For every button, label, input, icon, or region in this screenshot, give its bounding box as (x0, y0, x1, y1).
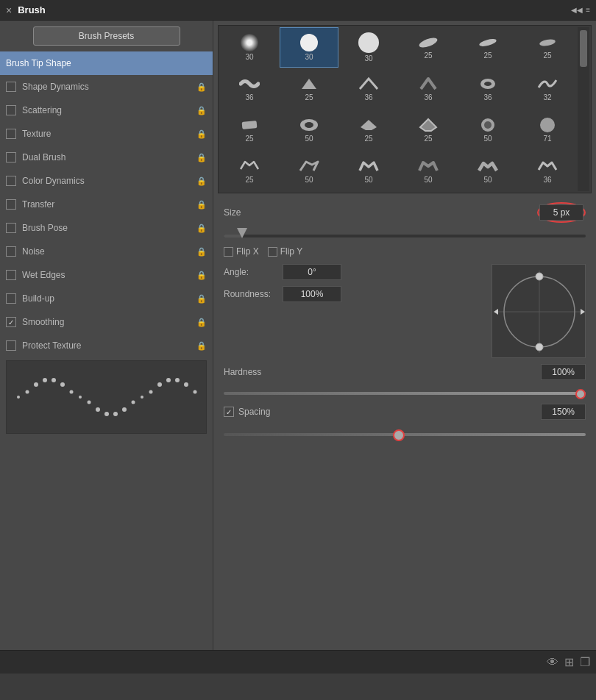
brush-presets-button[interactable]: Brush Presets (33, 26, 180, 46)
spacing-slider-handle[interactable] (399, 429, 411, 441)
angle-value[interactable]: 0° (283, 264, 341, 280)
brush-thumb-5[interactable]: 25 (458, 27, 517, 68)
flip-x-item[interactable]: Flip X (224, 246, 259, 257)
sidebar-item-dual-brush[interactable]: Dual Brush 🔒 (0, 146, 213, 169)
checkbox-wet-edges[interactable] (6, 270, 16, 280)
spacing-slider[interactable] (224, 423, 586, 438)
title-bar-left: × Brush (6, 4, 46, 16)
brush-thumb-23[interactable]: 50 (458, 151, 517, 191)
checkbox-transfer[interactable] (6, 199, 16, 210)
bottom-toolbar: 👁 ⊞ ❐ (0, 650, 596, 674)
sidebar-item-shape-dynamics[interactable]: Shape Dynamics 🔒 (0, 75, 213, 99)
lock-icon-scattering: 🔒 (196, 106, 207, 115)
size-slider-handle[interactable] (237, 228, 247, 240)
right-panel: 30 30 30 25 25 (213, 21, 596, 650)
roundness-label: Roundness: (224, 289, 283, 299)
brush-thumb-21[interactable]: 50 (339, 151, 398, 191)
close-button[interactable]: × (6, 4, 12, 16)
menu-icon[interactable]: ≡ (586, 6, 590, 14)
brush-thumb-7[interactable]: 36 (220, 68, 279, 109)
brush-thumb-2[interactable]: 30 (280, 27, 338, 68)
sidebar-item-scattering[interactable]: Scattering 🔒 (0, 99, 213, 122)
hardness-value[interactable]: 100% (541, 364, 586, 380)
checkbox-scattering[interactable] (6, 105, 16, 115)
title-bar: × Brush ◀◀ ≡ (0, 0, 596, 21)
svg-point-7 (79, 396, 82, 399)
brush-thumb-4[interactable]: 25 (399, 27, 458, 68)
spacing-value[interactable]: 150% (541, 404, 586, 420)
spacing-label-area: ✓ Spacing (224, 407, 270, 417)
flip-y-label: Flip Y (280, 246, 302, 257)
size-value[interactable]: 5 px (539, 204, 583, 221)
hardness-slider[interactable] (224, 383, 586, 396)
svg-point-21 (418, 36, 439, 49)
spacing-checkbox[interactable]: ✓ (224, 407, 234, 417)
grid-scrollbar[interactable] (578, 27, 589, 191)
size-value-highlight: 5 px (537, 202, 586, 223)
brush-thumb-1[interactable]: 30 (220, 27, 279, 68)
brush-thumb-22[interactable]: 50 (399, 151, 458, 191)
svg-point-19 (184, 382, 188, 387)
brush-thumb-16[interactable]: 25 (399, 110, 458, 150)
brush-thumb-17[interactable]: 50 (458, 110, 517, 150)
brush-thumb-15[interactable]: 25 (339, 110, 398, 150)
brush-thumb-24[interactable]: 36 (518, 151, 577, 191)
eye-button[interactable]: 👁 (547, 656, 558, 669)
lock-icon-protect-texture: 🔒 (196, 341, 207, 351)
brush-thumb-11[interactable]: 36 (458, 68, 517, 109)
checkbox-noise[interactable] (6, 246, 16, 257)
brush-thumb-8[interactable]: 25 (280, 68, 338, 109)
brush-thumb-6[interactable]: 25 (518, 27, 577, 68)
checkbox-color-dynamics[interactable] (6, 176, 16, 186)
flip-x-checkbox[interactable] (224, 247, 233, 257)
sidebar-label-wet-edges: Wet Edges (22, 270, 194, 280)
sidebar-item-protect-texture[interactable]: Protect Texture 🔒 (0, 334, 213, 357)
brush-grid: 30 30 30 25 25 (219, 26, 591, 193)
checkbox-dual-brush[interactable] (6, 152, 16, 162)
sidebar-item-color-dynamics[interactable]: Color Dynamics 🔒 (0, 169, 213, 193)
lock-icon-smoothing: 🔒 (196, 318, 207, 327)
brush-thumb-9[interactable]: 36 (339, 68, 398, 109)
checkbox-brush-pose[interactable] (6, 223, 16, 233)
page-button[interactable]: ❐ (580, 655, 590, 669)
controls-area: Size 5 px Flip X (213, 198, 596, 446)
brush-thumb-18[interactable]: 71 (518, 110, 577, 150)
brush-thumb-10[interactable]: 36 (399, 68, 458, 109)
flip-y-checkbox[interactable] (268, 247, 277, 257)
svg-point-12 (122, 407, 127, 412)
brush-thumb-19[interactable]: 25 (220, 151, 279, 191)
checkbox-smoothing[interactable] (6, 317, 16, 327)
svg-point-26 (484, 82, 492, 86)
size-slider[interactable] (224, 226, 586, 239)
brush-thumb-13[interactable]: 25 (220, 110, 279, 150)
collapse-icon[interactable]: ◀◀ (571, 6, 583, 14)
brush-thumb-20[interactable]: 50 (280, 151, 338, 191)
sidebar-item-build-up[interactable]: Build-up 🔒 (0, 287, 213, 310)
sidebar-label-transfer: Transfer (22, 199, 194, 210)
brush-thumb-3[interactable]: 30 (339, 27, 398, 68)
sidebar-item-smoothing[interactable]: Smoothing 🔒 (0, 310, 213, 334)
checkbox-protect-texture[interactable] (6, 340, 16, 351)
roundness-value[interactable]: 100% (283, 286, 341, 302)
brush-thumb-14[interactable]: 50 (280, 110, 338, 150)
checkbox-texture[interactable] (6, 129, 16, 139)
hardness-slider-handle[interactable] (581, 389, 591, 399)
size-slider-track (224, 235, 586, 238)
svg-point-13 (131, 401, 135, 404)
svg-point-17 (166, 378, 171, 382)
flip-y-item[interactable]: Flip Y (268, 246, 302, 257)
checkbox-build-up[interactable] (6, 293, 16, 304)
sidebar-item-transfer[interactable]: Transfer 🔒 (0, 193, 213, 216)
lock-icon-dual-brush: 🔒 (196, 153, 207, 162)
scrollbar-thumb[interactable] (580, 30, 587, 67)
sidebar-item-texture[interactable]: Texture 🔒 (0, 122, 213, 146)
sidebar-item-brush-pose[interactable]: Brush Pose 🔒 (0, 216, 213, 240)
sidebar-item-brush-tip-shape[interactable]: Brush Tip Shape (0, 51, 213, 75)
brush-thumb-12[interactable]: 32 (518, 68, 577, 109)
angle-preview-widget[interactable] (492, 264, 586, 358)
checkbox-shape-dynamics[interactable] (6, 82, 16, 92)
sidebar-item-noise[interactable]: Noise 🔒 (0, 240, 213, 263)
grid-button[interactable]: ⊞ (564, 655, 574, 669)
svg-point-20 (193, 390, 196, 394)
sidebar-item-wet-edges[interactable]: Wet Edges 🔒 (0, 263, 213, 287)
